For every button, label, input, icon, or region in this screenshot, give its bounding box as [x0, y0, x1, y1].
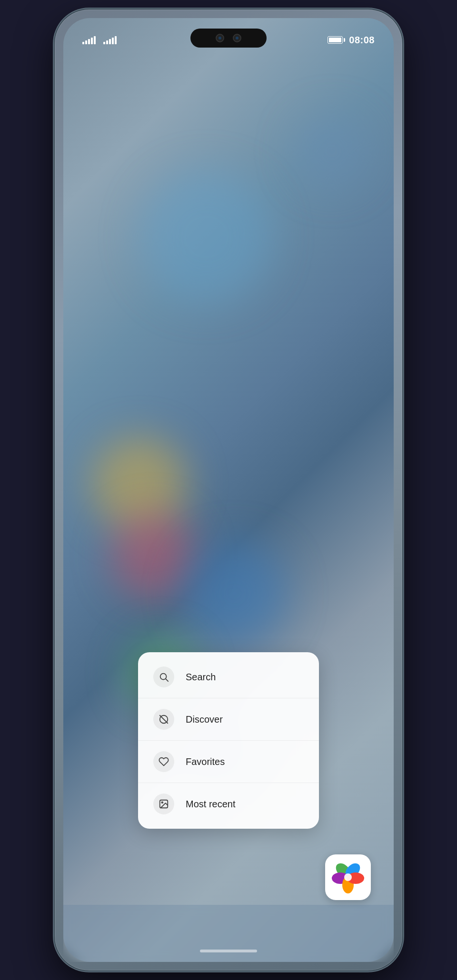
phone-frame: 100 08:08 Search: [55, 10, 402, 970]
search-icon-circle: [153, 666, 174, 687]
menu-item-favorites[interactable]: Favorites: [138, 741, 319, 783]
signal-bar: [115, 36, 117, 44]
svg-point-5: [161, 802, 163, 803]
signal-bar: [91, 38, 93, 44]
heart-icon: [159, 756, 169, 767]
image-icon: [159, 799, 169, 809]
menu-item-discover[interactable]: Discover: [138, 698, 319, 741]
discover-label: Discover: [186, 714, 223, 725]
signal-bar: [85, 40, 87, 44]
menu-item-search[interactable]: Search: [138, 656, 319, 698]
signal-strength-1: [82, 36, 96, 44]
menu-item-most-recent[interactable]: Most recent: [138, 783, 319, 825]
most-recent-icon-circle: [153, 794, 174, 814]
svg-line-1: [166, 679, 168, 681]
battery-indicator: 100: [328, 36, 345, 44]
camera-lens-left: [216, 34, 224, 42]
signal-bar: [94, 36, 96, 44]
camera-notch: [190, 29, 267, 48]
favorites-icon-circle: [153, 751, 174, 772]
signal-bar: [82, 42, 84, 44]
battery-percentage: 100: [332, 38, 339, 42]
signal-strength-2: [103, 36, 117, 44]
signal-bar: [112, 38, 114, 44]
status-left: [82, 36, 120, 44]
home-indicator: [200, 950, 257, 952]
most-recent-label: Most recent: [186, 799, 235, 810]
status-right: 100 08:08: [328, 35, 375, 46]
phone-screen: 100 08:08 Search: [63, 18, 394, 962]
clock: 08:08: [349, 35, 375, 46]
bg-decoration: [294, 113, 370, 189]
battery-tip: [344, 38, 345, 42]
bg-decoration: [139, 170, 273, 304]
search-icon: [159, 672, 169, 682]
signal-bar: [106, 40, 108, 44]
search-label: Search: [186, 672, 216, 683]
bottom-dock: [63, 905, 394, 962]
signal-bar: [109, 39, 111, 44]
camera-lens-right: [233, 34, 241, 42]
signal-bar: [103, 42, 105, 44]
gallery-app-icon[interactable]: [325, 854, 371, 900]
context-menu: Search Discover Favor: [138, 652, 319, 829]
favorites-label: Favorites: [186, 756, 225, 767]
battery-body: 100: [328, 36, 343, 44]
svg-point-11: [344, 873, 352, 881]
bg-decoration: [182, 541, 287, 646]
discover-icon: [159, 714, 169, 725]
discover-icon-circle: [153, 709, 174, 730]
gallery-flower-icon: [331, 860, 365, 894]
signal-bar: [88, 39, 90, 44]
